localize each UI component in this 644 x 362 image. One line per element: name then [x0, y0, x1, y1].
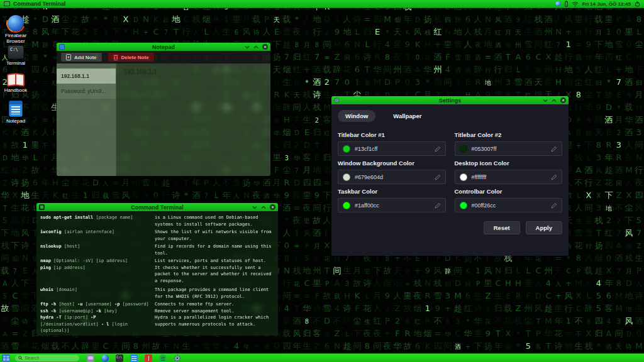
notepad-icon[interactable] [130, 354, 138, 362]
terminal-row: iwconfig [airlan internface]Shows the li… [40, 229, 274, 242]
settings-gear-icon[interactable] [174, 354, 181, 362]
reset-button[interactable]: Reset [484, 221, 520, 234]
tab-window[interactable]: Window [338, 110, 375, 122]
color-swatch [343, 173, 350, 181]
browser-icon[interactable] [101, 354, 109, 362]
command-desc: It checks whether it successfully sent a… [155, 265, 274, 285]
note-editor[interactable]: 192.168.1.1 [116, 63, 270, 177]
settings-titlebar[interactable]: Settings × [331, 96, 569, 104]
prompt-symbol: $ [45, 336, 48, 337]
window-title: Settings [331, 97, 569, 104]
command-text: nslookup [host] [40, 243, 155, 256]
desktop-icon-terminal[interactable]: C:\ Terminal [1, 45, 30, 66]
command-desc: Connects to remote ftp server. [155, 301, 274, 308]
color-value: #ffffffff [472, 174, 487, 180]
clock[interactable]: Fri 14 Jun, ÖÖ 12:45 [582, 1, 631, 7]
settings-actions: Reset Apply [338, 221, 562, 234]
close-icon[interactable]: × [560, 97, 566, 103]
battery-icon[interactable] [565, 1, 568, 7]
gear-icon [334, 97, 340, 103]
maximize-icon[interactable] [552, 99, 557, 102]
desktop-icon-label: Notepad [6, 118, 25, 124]
system-tray: Fri 14 Jun, ÖÖ 12:45 [555, 1, 640, 7]
maximize-icon[interactable] [261, 206, 266, 209]
add-note-label: Add Note [74, 55, 97, 60]
music-app-icon[interactable] [159, 354, 167, 362]
edit-pencil-icon[interactable] [551, 202, 557, 209]
edit-pencil-icon[interactable] [435, 146, 441, 152]
desktop-icon-label: Handbook [4, 87, 27, 93]
command-text: whois [domain] [40, 287, 155, 300]
add-note-button[interactable]: Add Note [61, 53, 102, 62]
field-label: Taskbar Color [338, 188, 446, 195]
desktop-icon-fireabear-browser[interactable]: Fireabear Browser [1, 15, 30, 44]
minimize-icon[interactable] [245, 45, 250, 49]
command-text: ping [ip address] [40, 265, 155, 285]
command-desc: is a Linux command used on Debian-based … [155, 214, 274, 228]
start-button[interactable] [2, 354, 10, 361]
terminal-titlebar[interactable]: Command Terminal × [36, 203, 278, 211]
command-desc: List services, ports and statuses of hos… [155, 258, 274, 265]
trash-icon [113, 54, 118, 60]
color-input[interactable]: #ffffffff [455, 170, 563, 184]
color-value: #13cf1cff [355, 146, 377, 152]
color-input[interactable]: #679e604d [338, 170, 446, 184]
color-input[interactable]: #053007ff [455, 141, 563, 156]
field-taskbar-color: Taskbar Color #1aff00cc [338, 184, 446, 212]
notepad-app-icon [59, 44, 65, 50]
handbook-icon[interactable] [145, 354, 152, 362]
command-desc: Find ip records for a domain name using … [155, 243, 274, 256]
field-label: Titlebar Color #2 [455, 131, 563, 138]
maximize-icon[interactable] [253, 45, 258, 49]
command-desc: Shows the list of wifi networks visible … [155, 229, 274, 242]
color-swatch [460, 145, 467, 153]
desktop-screen: 人6人栈N四下F+下红Z州*雪12夜客L红R3里3=载雪烟人生下K+M0生L5四… [0, 0, 644, 362]
settings-window: Settings × Window Wallpaper Titlebar Col… [331, 96, 569, 256]
taskbar-search[interactable] [15, 355, 79, 361]
color-input[interactable]: #13cf1cff [338, 141, 446, 156]
delete-note-button[interactable]: Delete Note [108, 53, 154, 62]
command-text: hydra -T [ip:port] -P [/desination/wordl… [40, 314, 155, 334]
power-icon[interactable] [635, 1, 640, 7]
app-icon[interactable] [87, 354, 94, 362]
color-input[interactable]: #1aff00cc [338, 198, 446, 212]
field-titlebar-color-2: Titlebar Color #2 #053007ff [455, 128, 563, 156]
apply-button[interactable]: Apply [526, 221, 562, 234]
terminal-prompt[interactable]: ~$ [40, 336, 274, 337]
command-desc: This package provides a command line cli… [155, 287, 274, 300]
close-icon[interactable]: × [270, 204, 275, 210]
network-icon[interactable] [555, 1, 561, 6]
field-label: Window Background Color [338, 160, 446, 167]
close-icon[interactable]: × [262, 44, 268, 50]
terminal-row: sudo apt-get install [package name]is a … [40, 214, 274, 228]
book-icon [7, 74, 25, 86]
command-text: nmap [Optional: -sV] [ip address] [40, 258, 155, 265]
wifi-icon[interactable] [572, 1, 579, 7]
terminal-row: ftp -h [host] -u [username] -p [password… [40, 301, 274, 308]
edit-pencil-icon[interactable] [551, 174, 557, 180]
search-input[interactable] [25, 355, 75, 361]
notepad-titlebar[interactable]: Notepad × [57, 43, 270, 51]
minimize-icon[interactable] [252, 206, 257, 209]
command-text: iwconfig [airlan internface] [40, 229, 155, 242]
tab-wallpaper[interactable]: Wallpaper [386, 110, 429, 122]
terminal-icon[interactable]: C:\ [116, 354, 123, 362]
desktop-icon-notepad[interactable]: Notepad [1, 101, 30, 124]
terminal-row: ping [ip address]It checks whether it su… [40, 265, 274, 285]
notepad-window: Notepad × Add Note Delete Note 192.168.1… [56, 42, 271, 177]
desktop-icon-label: Fireabear Browser [1, 33, 30, 44]
edit-pencil-icon[interactable] [435, 202, 441, 209]
active-app-title: Command Terminal [13, 1, 65, 7]
command-text: ssh -h [username@ip] -k [key] [40, 308, 155, 315]
note-list-item[interactable]: 192.168.1.1 [57, 69, 116, 84]
desktop-icon-handbook[interactable]: Handbook [1, 74, 30, 93]
note-list-item[interactable]: Password: yUm9... [57, 84, 116, 99]
color-value: #00ff26cc [472, 202, 496, 209]
minimize-icon[interactable] [543, 99, 548, 102]
edit-pencil-icon[interactable] [551, 146, 557, 152]
terminal-icon [4, 1, 10, 6]
terminal-output[interactable]: sudo apt-get install [package name]is a … [36, 211, 278, 336]
edit-pencil-icon[interactable] [435, 174, 441, 180]
color-input[interactable]: #00ff26cc [455, 198, 563, 212]
command-text: sudo apt-get install [package name] [40, 214, 155, 228]
